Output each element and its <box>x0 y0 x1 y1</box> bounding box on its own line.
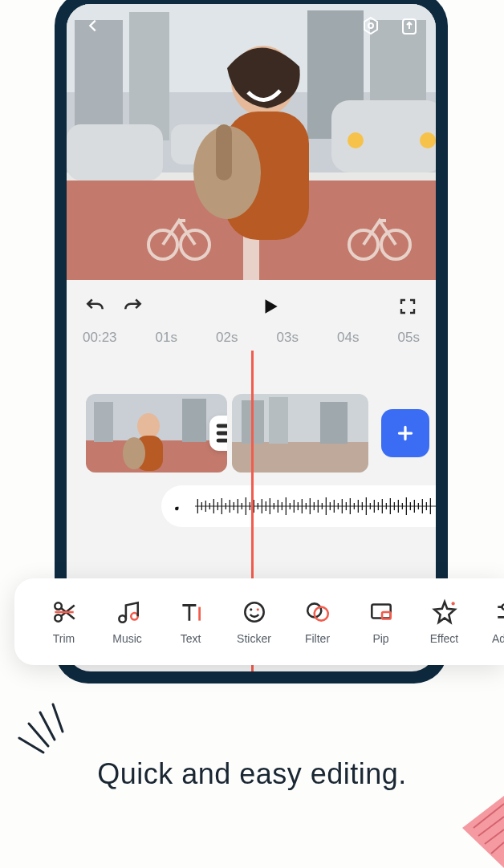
fullscreen-icon <box>398 297 417 316</box>
text-icon <box>177 598 205 626</box>
undo-button[interactable] <box>84 296 105 317</box>
add-clip-button[interactable] <box>381 409 429 457</box>
plus-icon <box>395 423 416 444</box>
redo-icon <box>123 296 144 317</box>
preview-image <box>67 4 436 280</box>
svg-line-113 <box>19 738 43 752</box>
tool-adjust[interactable]: Adjust <box>476 598 504 645</box>
music-icon <box>114 598 141 626</box>
scissors-icon <box>51 598 78 626</box>
play-icon <box>260 296 281 317</box>
tool-label: Adjust <box>492 632 504 645</box>
transition-button[interactable] <box>209 416 227 451</box>
sticker-icon <box>241 598 268 626</box>
svg-point-107 <box>451 602 454 605</box>
svg-point-102 <box>256 608 258 610</box>
time-tick: 05s <box>398 330 420 346</box>
filter-icon <box>304 598 331 626</box>
svg-point-22 <box>368 23 373 28</box>
pip-icon <box>368 598 395 626</box>
audio-waveform <box>195 494 436 518</box>
tool-label: Pip <box>372 632 388 645</box>
marketing-headline: Quick and easy editing. <box>0 757 504 791</box>
svg-rect-35 <box>320 402 348 444</box>
editing-toolbar: Trim Music Text Sticker Filter Pip <box>14 578 504 665</box>
time-tick: 04s <box>337 330 359 346</box>
tool-filter[interactable]: Filter <box>286 598 349 645</box>
tool-trim[interactable]: Trim <box>32 598 96 645</box>
svg-point-101 <box>250 608 252 610</box>
svg-line-112 <box>29 724 48 746</box>
svg-point-30 <box>123 437 145 469</box>
tool-label: Effect <box>430 632 459 645</box>
time-tick: 02s <box>216 330 238 346</box>
editor-screen: 00:23 01s 02s 03s 04s 05s <box>67 4 436 671</box>
fullscreen-button[interactable] <box>397 296 418 317</box>
svg-rect-14 <box>331 100 436 172</box>
settings-button[interactable] <box>359 14 383 38</box>
export-icon <box>400 16 419 35</box>
svg-line-110 <box>53 704 63 732</box>
sliders-icon <box>494 598 505 626</box>
svg-point-17 <box>420 132 436 148</box>
back-button[interactable] <box>81 14 105 38</box>
tool-text[interactable]: Text <box>159 598 222 645</box>
svg-point-100 <box>245 602 263 621</box>
time-tick: 03s <box>277 330 299 346</box>
audio-track[interactable] <box>161 485 436 527</box>
music-note-icon <box>173 499 187 513</box>
player-controls <box>67 280 436 327</box>
svg-rect-27 <box>182 399 206 442</box>
video-clip-1[interactable] <box>86 394 227 473</box>
current-time: 00:23 <box>83 330 117 346</box>
redo-button[interactable] <box>123 296 144 317</box>
tool-pip[interactable]: Pip <box>349 598 413 645</box>
tool-label: Sticker <box>237 632 271 645</box>
svg-point-16 <box>348 132 364 148</box>
play-button[interactable] <box>258 294 282 318</box>
tool-label: Filter <box>305 632 330 645</box>
tool-music[interactable]: Music <box>96 598 159 645</box>
svg-rect-26 <box>94 402 113 442</box>
time-ruler: 00:23 01s 02s 03s 04s 05s <box>67 327 436 351</box>
svg-rect-2 <box>75 20 123 140</box>
hexagon-settings-icon <box>361 16 380 35</box>
chevron-left-icon <box>84 17 102 34</box>
svg-rect-21 <box>216 124 232 180</box>
undo-icon <box>84 296 105 317</box>
tool-label: Music <box>112 632 142 645</box>
tool-effect[interactable]: Effect <box>413 598 476 645</box>
tool-sticker[interactable]: Sticker <box>222 598 286 645</box>
transition-icon <box>209 416 227 451</box>
time-tick: 01s <box>156 330 177 346</box>
tool-label: Text <box>181 632 201 645</box>
tool-label: Trim <box>53 632 75 645</box>
star-icon <box>431 598 458 626</box>
corner-decoration <box>462 796 504 868</box>
video-preview[interactable] <box>67 4 436 280</box>
svg-rect-13 <box>67 124 163 180</box>
export-button[interactable] <box>397 14 421 38</box>
svg-line-111 <box>40 712 55 740</box>
svg-rect-34 <box>269 397 288 444</box>
svg-point-28 <box>137 413 160 439</box>
